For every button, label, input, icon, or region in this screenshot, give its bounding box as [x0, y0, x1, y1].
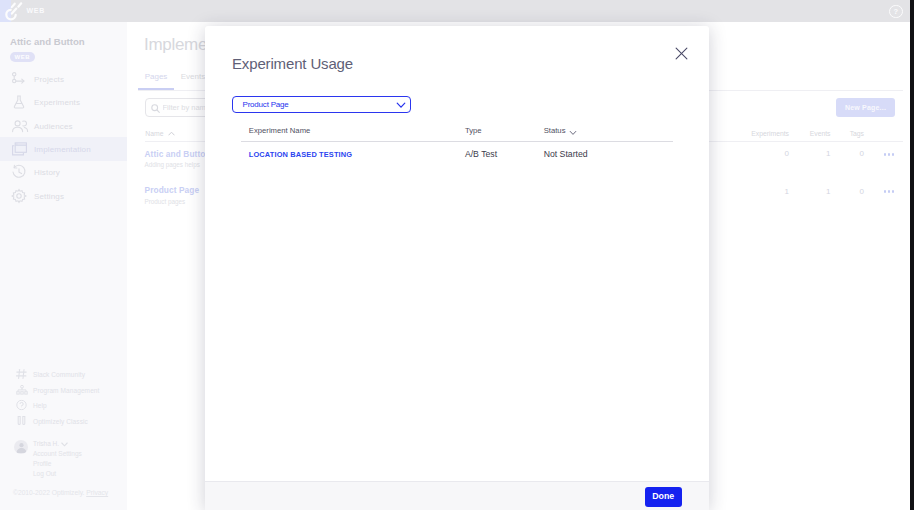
person-icon: [16, 442, 27, 453]
columns-icon: [16, 415, 27, 426]
column-header-name[interactable]: Name: [145, 130, 163, 138]
modal-column-experiment-name[interactable]: Experiment Name: [249, 127, 311, 135]
implementation-icon: [11, 142, 28, 157]
sidebar-item-label: Settings: [34, 191, 64, 200]
new-page-button[interactable]: New Page...: [836, 98, 895, 117]
sidebar-item-label: Slack Community: [33, 371, 85, 378]
sidebar-item-label: Implementation: [34, 145, 91, 154]
sidebar-item-audiences[interactable]: Audiences: [0, 114, 127, 137]
modal-column-type[interactable]: Type: [465, 127, 482, 135]
privacy-link[interactable]: Privacy: [86, 489, 108, 496]
experiment-usage-modal: Experiment Usage Product Page Experiment…: [205, 26, 709, 510]
page-row-name-link[interactable]: Attic and Button: [145, 150, 211, 158]
question-circle-icon: [16, 400, 27, 411]
chevron-down-icon: [396, 102, 406, 109]
experiment-name-link[interactable]: LOCATION BASED TESTING: [249, 150, 352, 159]
modal-title: Experiment Usage: [232, 56, 353, 71]
project-type-badge: WEB: [10, 52, 35, 62]
sort-ascending-icon: [168, 131, 175, 136]
row-actions-menu[interactable]: [884, 190, 895, 192]
modal-table-divider: [241, 141, 674, 142]
product-brand-label: WEB: [27, 0, 45, 22]
top-navigation-bar: WEB ?: [0, 0, 914, 22]
sidebar-item-label: Projects: [34, 75, 64, 84]
tab-pages[interactable]: Pages: [138, 68, 174, 86]
sidebar-item-label: Audiences: [34, 121, 73, 130]
sidebar-item-projects[interactable]: Projects: [0, 68, 127, 91]
log-out-link[interactable]: Log Out: [33, 470, 56, 478]
experiment-type: A/B Test: [465, 150, 497, 159]
sidebar-item-implementation[interactable]: Implementation: [0, 137, 127, 160]
hash-icon: [16, 369, 27, 380]
sidebar-item-label: Experiments: [34, 98, 80, 107]
history-icon: [11, 164, 27, 180]
tags-count: 0: [764, 188, 864, 196]
sidebar-item-label: Program Management: [33, 386, 99, 393]
projects-icon: [11, 72, 28, 87]
active-tab-underline: [138, 88, 174, 90]
experiments-icon: [11, 94, 27, 110]
sidebar-item-slack-community[interactable]: Slack Community: [0, 366, 127, 382]
sidebar: Attic and Button WEB Projects Experiment…: [0, 22, 127, 510]
experiment-status: Not Started: [544, 150, 588, 159]
sort-descending-icon[interactable]: [569, 130, 577, 136]
sidebar-item-label: Help: [33, 402, 47, 409]
page-row-description: Product pages: [145, 198, 186, 206]
sidebar-item-help[interactable]: Help: [0, 398, 127, 414]
sidebar-item-experiments[interactable]: Experiments: [0, 91, 127, 114]
tags-count: 0: [764, 150, 864, 158]
modal-footer: Done: [205, 481, 709, 510]
account-settings-link[interactable]: Account Settings: [33, 450, 82, 458]
chevron-down-icon: [61, 442, 68, 447]
sidebar-item-history[interactable]: History: [0, 161, 127, 184]
app-root: WEB ? Attic and Button WEB Projects: [0, 0, 914, 510]
close-icon[interactable]: [675, 47, 688, 60]
project-name: Attic and Button: [10, 37, 85, 47]
optimizely-logo-icon[interactable]: [3, 1, 23, 21]
audiences-icon: [11, 119, 29, 133]
settings-icon: [11, 188, 27, 204]
done-button[interactable]: Done: [645, 487, 682, 507]
user-avatar[interactable]: [14, 440, 28, 454]
window-edge-strip: [910, 0, 914, 510]
page-selector-dropdown[interactable]: Product Page: [232, 96, 411, 114]
sidebar-item-settings[interactable]: Settings: [0, 184, 127, 207]
row-actions-menu[interactable]: [884, 153, 895, 155]
sidebar-item-program-management[interactable]: Program Management: [0, 382, 127, 398]
copyright-notice: ©2010-2022 Optimizely. Privacy: [13, 489, 108, 497]
help-icon[interactable]: ?: [889, 5, 903, 19]
sidebar-item-optimizely-classic[interactable]: Optimizely Classic: [0, 413, 127, 429]
sidebar-item-label: History: [34, 168, 60, 177]
copyright-text: ©2010-2022 Optimizely.: [13, 489, 84, 496]
search-icon: [151, 104, 160, 113]
org-chart-icon: [16, 384, 28, 395]
user-name[interactable]: Trisha H.: [33, 440, 59, 448]
profile-link[interactable]: Profile: [33, 460, 51, 468]
page-selector-value: Product Page: [243, 97, 289, 113]
page-row-name-link[interactable]: Product Page: [145, 186, 200, 194]
modal-column-status[interactable]: Status: [544, 127, 566, 135]
sidebar-item-label: Optimizely Classic: [33, 417, 88, 424]
page-row-description: Adding pages helps: [145, 161, 200, 169]
column-header-tags[interactable]: Tags: [764, 130, 864, 138]
